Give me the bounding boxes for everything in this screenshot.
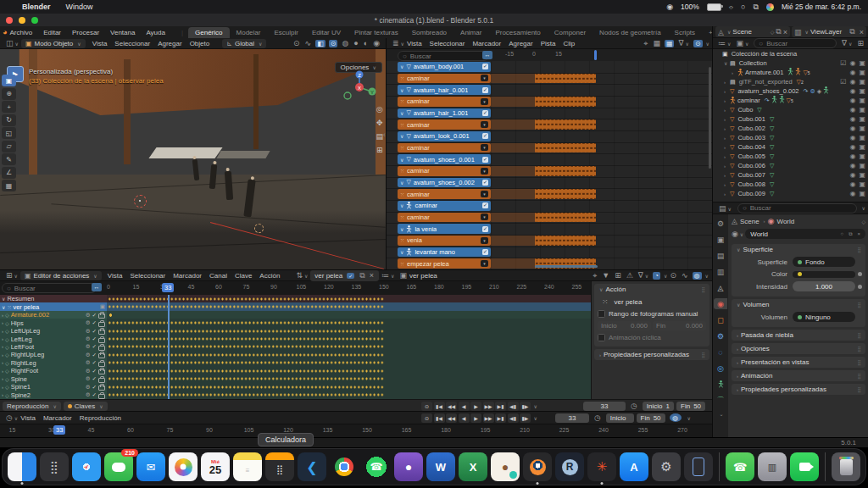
topbar-menu-editar[interactable]: Editar: [43, 29, 61, 36]
nla-menu-agregar[interactable]: Agregar: [509, 40, 532, 47]
play-reverse-button[interactable]: ◀: [459, 413, 470, 423]
outliner-eye-icon[interactable]: ◉: [849, 171, 855, 179]
step-back-button[interactable]: ◀▮: [508, 413, 519, 423]
play-reverse-button[interactable]: ◀: [459, 402, 470, 411]
record-icon[interactable]: ◉: [666, 3, 673, 11]
snap-icon[interactable]: ⊙: [670, 271, 677, 280]
topbar-menu-ayuda[interactable]: Ayuda: [146, 29, 165, 36]
outliner-eye-icon[interactable]: ◉: [849, 69, 855, 76]
nla-track-name[interactable]: ∨levantar mano✓: [398, 247, 491, 258]
nla-strip-name[interactable]: ⁙caminar▾: [398, 213, 491, 223]
dock-icon-iphone-mirroring[interactable]: [684, 452, 713, 481]
nla-menu-clip[interactable]: Clip: [563, 40, 575, 47]
channel-modifier-icon[interactable]: ⚙: [86, 336, 91, 342]
fake-user-shield-icon[interactable]: ✓: [347, 273, 354, 279]
strip-clamp-icon[interactable]: ▾: [481, 260, 488, 267]
pan-hand-icon[interactable]: ✥: [376, 119, 383, 127]
dock-icon-calendar[interactable]: Mié25: [201, 452, 230, 481]
channel-mute-checkbox[interactable]: ✓: [92, 343, 97, 350]
track-checkbox[interactable]: ✓: [482, 133, 488, 139]
shading-solid-icon[interactable]: ●: [353, 39, 358, 47]
channel-keyframes[interactable]: [107, 327, 591, 335]
shading-wireframe-icon[interactable]: ◍: [342, 39, 348, 47]
nla-horizontal-scrollbar[interactable]: [535, 265, 598, 268]
record-button[interactable]: ⊙: [421, 402, 432, 411]
workspace-tab-genérico[interactable]: Genérico: [188, 27, 229, 38]
keyframe-dots[interactable]: [108, 369, 385, 373]
nla-track-row[interactable]: ∨▽avaturn_hair_1.001✓: [387, 108, 713, 120]
outliner-cam-icon[interactable]: ▣: [859, 143, 865, 151]
workspace-tab-procesamiento[interactable]: Procesamiento: [488, 27, 547, 38]
outliner-item-cubo-001[interactable]: ›▽Cubo.001▽◉▣: [713, 114, 868, 124]
channel-keyframes[interactable]: [107, 351, 591, 358]
nla-scrollbar-thumb[interactable]: [594, 50, 597, 60]
filter-funnel-icon[interactable]: ∇∨: [842, 39, 852, 47]
channel-keyframes[interactable]: [107, 319, 591, 326]
outliner-item-cubo-003[interactable]: ›▽Cubo.003▽◉▣: [713, 133, 868, 142]
dopesheet-menu-clave[interactable]: Clave: [235, 272, 252, 280]
workspace-tab-pintar-texturas[interactable]: Pintar texturas: [348, 27, 405, 38]
editor-type-icon[interactable]: ≣∨: [392, 39, 404, 47]
current-frame-field[interactable]: 33: [583, 402, 626, 411]
dock-icon-messages[interactable]: 210: [104, 452, 133, 481]
nla-track-name[interactable]: ∨▽avaturn_hair_1.001✓: [398, 108, 491, 119]
keyframe-dots[interactable]: [108, 337, 385, 341]
frame-start-field[interactable]: Inicio: [606, 413, 634, 423]
record-button[interactable]: ⊙: [421, 413, 432, 423]
channel-lock-icon[interactable]: [98, 346, 105, 351]
outliner-item-cubo-002[interactable]: ›▽Cubo.002▽◉▣: [713, 124, 868, 133]
timeline-ruler[interactable]: 1530456075901051201351501651801952102252…: [0, 424, 712, 438]
unlink-datablock-icon[interactable]: ×: [370, 271, 374, 280]
playhead-line[interactable]: [168, 295, 170, 399]
nla-strip-keys[interactable]: [535, 189, 596, 199]
outliner-eye-icon[interactable]: ◉: [849, 180, 855, 188]
dock-icon-photos[interactable]: [169, 452, 198, 481]
outliner-item-cubo-006[interactable]: ›▽Cubo.006▽◉▣: [713, 161, 868, 170]
channel-leftupleg[interactable]: ›◇LeftUpLeg⚙✓: [0, 327, 107, 335]
dopesheet-menu-marcador[interactable]: Marcador: [173, 272, 202, 280]
outliner-cam-icon[interactable]: ▣: [859, 115, 865, 123]
panel-grip-icon[interactable]: ⣿: [702, 286, 706, 292]
channel-keyframes[interactable]: [107, 302, 591, 310]
nla-track-name[interactable]: ∨▽avaturn_shoes_0.002✓: [398, 178, 491, 188]
editor-mode-dropdown[interactable]: ▣Editor de acciones∨: [20, 271, 102, 280]
snap-magnet-icon[interactable]: ⊙: [293, 39, 300, 47]
dopesheet-menu-seleccionar[interactable]: Seleccionar: [130, 272, 165, 280]
outliner-item-cubo-007[interactable]: ›▽Cubo.007▽◉▣: [713, 170, 868, 180]
collapsed-panel-opciones[interactable]: ›Opciones⣿: [732, 343, 865, 354]
properties-search-input[interactable]: ○Buscar: [737, 203, 857, 214]
outliner-eye-icon[interactable]: ◉: [849, 78, 855, 86]
track-checkbox[interactable]: ✓: [482, 157, 488, 163]
pin-icon[interactable]: ◇: [861, 219, 865, 225]
outliner-eye-icon[interactable]: ◉: [849, 190, 855, 197]
outliner-eye-icon[interactable]: ◉: [849, 134, 855, 141]
properties-tab-object[interactable]: ◻: [714, 314, 727, 325]
nla-menu-marcador[interactable]: Marcador: [472, 40, 501, 47]
channel-slot-icon[interactable]: ▣: [100, 303, 105, 310]
menubar-app-name[interactable]: Blender: [22, 3, 51, 11]
nla-strip-keys[interactable]: [535, 166, 596, 176]
transport-options-chevron[interactable]: ∨: [534, 415, 537, 421]
outliner-cam-icon[interactable]: ▣: [859, 171, 865, 179]
outliner-cam-icon[interactable]: ▣: [859, 87, 865, 95]
volume-shader-field[interactable]: Ninguno: [793, 312, 855, 322]
frame-end-field[interactable]: Fin50: [676, 402, 705, 411]
chevron-down-icon[interactable]: ∨: [599, 286, 603, 292]
nla-strip-keys[interactable]: [535, 213, 596, 223]
proportional-edit-icon[interactable]: ∿: [305, 39, 312, 47]
channel-keyframes[interactable]: [107, 391, 591, 399]
editor-type-icon[interactable]: ▤∨: [719, 204, 732, 213]
action-datablock-field[interactable]: ver pelea ✓ ⧉ ×: [310, 270, 379, 281]
properties-tab-bone[interactable]: ⌒: [714, 395, 727, 406]
nla-menu-pista[interactable]: Pista: [541, 40, 556, 47]
topbar-menu-archivo[interactable]: Archivo: [9, 29, 32, 36]
channel-modifier-icon[interactable]: ⚙: [86, 391, 91, 398]
nla-strip-name[interactable]: ⁙caminar▾: [398, 166, 491, 176]
properties-tab-physics[interactable]: ◌: [714, 347, 727, 358]
panel-grip-icon[interactable]: ⣿: [702, 352, 706, 358]
outliner-item-cubo-008[interactable]: ›▽Cubo.008▽◉▣: [713, 180, 868, 189]
playhead-frame-chip[interactable]: 33: [53, 425, 65, 435]
step-back-button[interactable]: ◀▮: [508, 402, 519, 411]
filter-icon[interactable]: ∇∨: [678, 39, 688, 47]
workspace-tab-componer[interactable]: Componer: [548, 27, 593, 38]
